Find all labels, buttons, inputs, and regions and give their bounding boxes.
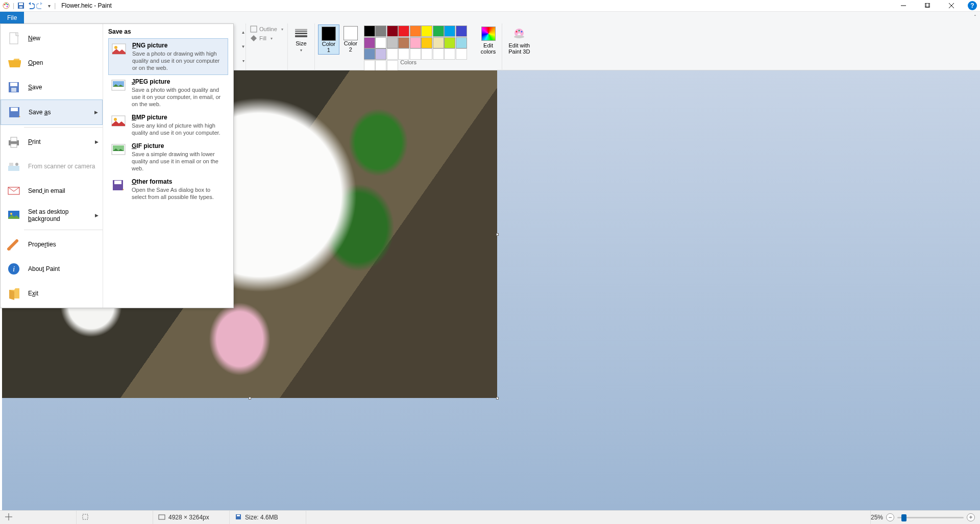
saveas-option-desc: Save a photo with good quality and use i… bbox=[132, 85, 226, 108]
menu-separator bbox=[24, 230, 103, 230]
palette-color[interactable] bbox=[364, 26, 375, 37]
palette-empty[interactable] bbox=[364, 60, 375, 71]
saveas-option-icon bbox=[110, 78, 127, 92]
file-menu-save[interactable]: Save bbox=[1, 75, 103, 99]
zoom-slider[interactable] bbox=[897, 517, 964, 518]
saveas-option-title: PNG picture bbox=[132, 42, 226, 49]
file-menu-label: Exit bbox=[28, 290, 38, 297]
saveas-option-gif-picture[interactable]: GIF pictureSave a simple drawing with lo… bbox=[108, 139, 228, 175]
undo-icon[interactable] bbox=[27, 2, 35, 10]
qat-customize-icon[interactable]: ▾ bbox=[46, 3, 53, 9]
palette-color[interactable] bbox=[444, 37, 455, 48]
saveas-option-png-picture[interactable]: PNG pictureSave a photo or drawing with … bbox=[108, 38, 228, 75]
palette-empty[interactable] bbox=[387, 48, 398, 60]
color1-button[interactable]: Color 1 bbox=[318, 24, 339, 55]
file-menu-open[interactable]: Open bbox=[1, 51, 103, 75]
file-menu-icon: i bbox=[6, 262, 22, 276]
edit-colors-button[interactable]: Edit colors bbox=[478, 24, 499, 56]
palette-color[interactable] bbox=[398, 37, 409, 48]
qat-separator: | bbox=[12, 2, 15, 9]
file-menu-icon bbox=[6, 56, 22, 70]
palette-color[interactable] bbox=[421, 26, 432, 37]
close-button[interactable] bbox=[940, 0, 963, 11]
resize-handle-bottom[interactable] bbox=[249, 397, 251, 400]
resize-handle-right[interactable] bbox=[496, 233, 499, 236]
zoom-thumb[interactable] bbox=[901, 514, 906, 521]
file-menu-save-as[interactable]: Save as▶ bbox=[1, 99, 103, 125]
size-button[interactable]: Size ▾ bbox=[291, 27, 311, 54]
palette-empty[interactable] bbox=[410, 48, 421, 60]
shapes-scroll[interactable]: ▲▼▾ bbox=[240, 23, 246, 70]
palette-color[interactable] bbox=[364, 48, 375, 60]
palette-empty[interactable] bbox=[398, 48, 409, 60]
palette-color[interactable] bbox=[387, 26, 398, 37]
status-bar: 4928 × 3264px Size: 4.6MB 25% − + bbox=[0, 510, 980, 524]
palette-color[interactable] bbox=[444, 26, 455, 37]
saveas-option-desc: Open the Save As dialog box to select fr… bbox=[132, 185, 226, 201]
file-menu-items: NewOpenSaveSave as▶Print▶From scanner or… bbox=[1, 24, 103, 308]
file-menu-properties[interactable]: Properties bbox=[1, 232, 103, 257]
svg-point-40 bbox=[114, 118, 117, 121]
maximize-button[interactable] bbox=[916, 0, 939, 11]
palette-empty[interactable] bbox=[387, 60, 398, 71]
svg-rect-44 bbox=[114, 181, 121, 184]
file-menu-print[interactable]: Print▶ bbox=[1, 130, 103, 154]
file-menu-label: Open bbox=[28, 59, 43, 66]
file-menu-set-as-desktop-background[interactable]: Set as desktop background▶ bbox=[1, 203, 103, 228]
palette-color[interactable] bbox=[456, 37, 467, 48]
palette-empty[interactable] bbox=[444, 48, 455, 60]
palette-color[interactable] bbox=[421, 37, 432, 48]
redo-icon[interactable] bbox=[36, 2, 44, 10]
zoom-in-button[interactable]: + bbox=[967, 513, 975, 521]
palette-color[interactable] bbox=[410, 37, 421, 48]
fill-option[interactable]: Fill▾ bbox=[250, 35, 283, 42]
submenu-arrow-icon: ▶ bbox=[95, 139, 99, 144]
saveas-option-other-formats[interactable]: Other formatsOpen the Save As dialog box… bbox=[108, 175, 228, 204]
palette-empty[interactable] bbox=[433, 48, 444, 60]
file-menu-exit[interactable]: Exit bbox=[1, 281, 103, 306]
save-as-submenu: Save as PNG pictureSave a photo or drawi… bbox=[103, 24, 233, 308]
svg-point-14 bbox=[514, 35, 524, 38]
color2-label: Color 2 bbox=[344, 40, 357, 53]
paint-app-icon bbox=[2, 2, 10, 10]
file-menu-about-paint[interactable]: iAbout Paint bbox=[1, 257, 103, 281]
file-menu-from-scanner-or-camera[interactable]: From scanner or camera bbox=[1, 154, 103, 179]
file-tab[interactable]: File bbox=[0, 12, 24, 23]
resize-handle-corner[interactable] bbox=[496, 397, 499, 400]
save-icon[interactable] bbox=[17, 2, 25, 10]
color2-button[interactable]: Color 2 bbox=[340, 24, 361, 54]
svg-rect-20 bbox=[10, 83, 17, 86]
palette-empty[interactable] bbox=[421, 48, 432, 60]
saveas-option-bmp-picture[interactable]: BMP pictureSave any kind of picture with… bbox=[108, 111, 228, 139]
palette-color[interactable] bbox=[375, 26, 386, 37]
palette-color[interactable] bbox=[387, 37, 398, 48]
saveas-option-icon bbox=[110, 178, 127, 192]
submenu-arrow-icon: ▶ bbox=[94, 110, 98, 115]
zoom-percent: 25% bbox=[871, 514, 883, 521]
ribbon-collapse-icon[interactable]: ˆ bbox=[974, 15, 976, 20]
palette-empty[interactable] bbox=[375, 60, 386, 71]
palette-color[interactable] bbox=[375, 48, 386, 60]
help-button[interactable]: ? bbox=[968, 1, 977, 10]
palette-color[interactable] bbox=[398, 26, 409, 37]
edit-colors-label: Edit colors bbox=[481, 42, 496, 55]
palette-color[interactable] bbox=[375, 37, 386, 48]
file-menu-send-in-email[interactable]: Send in email bbox=[1, 179, 103, 203]
palette-color[interactable] bbox=[364, 37, 375, 48]
file-menu-label: Set as desktop background bbox=[28, 208, 97, 222]
file-menu-new[interactable]: New bbox=[1, 26, 103, 51]
palette-color[interactable] bbox=[433, 26, 444, 37]
title-bar: | ▾ | Flower.heic - Paint ? bbox=[0, 0, 980, 12]
minimize-button[interactable] bbox=[892, 0, 915, 11]
menu-separator bbox=[24, 127, 103, 128]
paint3d-button[interactable]: Edit with Paint 3D bbox=[505, 24, 533, 56]
outline-option[interactable]: Outline▾ bbox=[250, 26, 283, 33]
qat-separator-2: | bbox=[54, 2, 56, 9]
palette-color[interactable] bbox=[456, 26, 467, 37]
zoom-out-button[interactable]: − bbox=[886, 513, 894, 521]
file-menu-label: About Paint bbox=[28, 265, 60, 272]
palette-empty[interactable] bbox=[456, 48, 467, 60]
saveas-option-jpeg-picture[interactable]: JPEG pictureSave a photo with good quali… bbox=[108, 75, 228, 111]
palette-color[interactable] bbox=[410, 26, 421, 37]
palette-color[interactable] bbox=[433, 37, 444, 48]
